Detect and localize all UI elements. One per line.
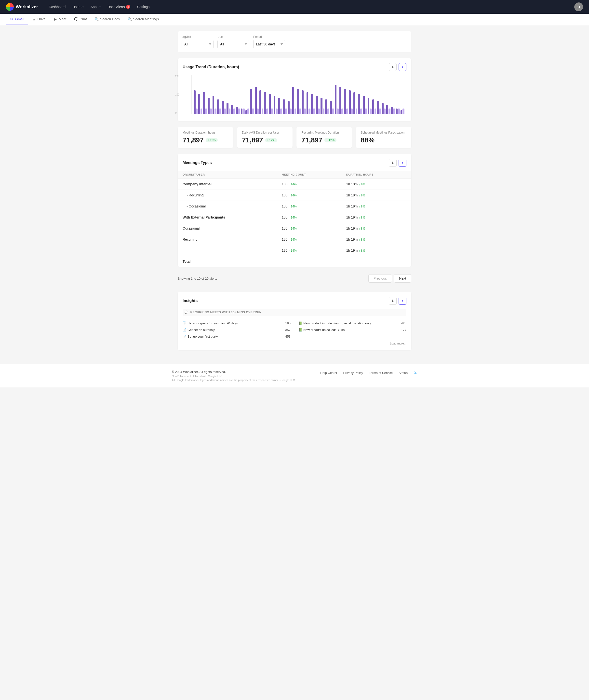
chat-icon: 💬 (74, 17, 78, 21)
row-name-7: Total (178, 256, 277, 267)
sheet-icon: 📗 (299, 328, 303, 332)
dark-bar-32 (344, 89, 346, 114)
footer-status[interactable]: Status (399, 371, 408, 375)
tab-chat[interactable]: 💬 Chat (70, 14, 91, 25)
magic-insights-icon: ✦ (401, 299, 404, 303)
row-count-5: 185 ↑ 14% (277, 234, 341, 245)
navbar-apps[interactable]: Apps (87, 3, 104, 11)
download-meetings-button[interactable]: ⬇ (389, 159, 397, 167)
magic-meetings-button[interactable]: ✦ (399, 159, 406, 167)
table-row: Total (178, 256, 411, 267)
magic-chart-button[interactable]: ✦ (399, 63, 406, 71)
light-bar-21 (294, 109, 297, 114)
twitter-icon[interactable]: 𝕏 (413, 370, 417, 375)
row-duration-2: 1h 19m ↑ 8% (341, 201, 411, 212)
dark-bar-0 (194, 91, 196, 114)
navbar-docs-alerts[interactable]: Docs Alerts 4 (105, 3, 133, 11)
row-count-1: 185 ↑ 14% (277, 190, 341, 201)
bar-group-26 (316, 96, 320, 114)
light-bar-8 (233, 109, 235, 114)
light-bar-40 (384, 109, 386, 114)
table-header-row: ORGUNIT/USER MEETING COUNT DURATION, HOU… (178, 171, 411, 179)
insights-grid: 📄Set your goals for your first 90 days18… (183, 320, 406, 340)
user-avatar[interactable]: U (574, 2, 583, 11)
dark-bar-39 (377, 101, 379, 114)
row-name-4: Occasional (178, 223, 277, 234)
tab-search-docs[interactable]: 🔍 Search Docs (91, 14, 124, 25)
navbar: Workalizer Dashboard Users Apps Docs Ale… (0, 0, 589, 14)
tabs-bar: ✉ Gmail △ Drive ▶ Meet 💬 Chat 🔍 Search D… (0, 14, 589, 25)
bar-group-30 (335, 85, 339, 114)
bar-group-18 (278, 98, 282, 114)
navbar-dashboard[interactable]: Dashboard (46, 3, 69, 11)
light-bar-9 (238, 109, 240, 114)
bar-group-8 (231, 105, 235, 114)
dark-bar-3 (208, 98, 210, 114)
insight-left-item-2: 📄Set up your first party453 (183, 333, 290, 340)
light-bar-0 (196, 109, 198, 114)
tab-search-meetings[interactable]: 🔍 Search Meetings (124, 14, 163, 25)
light-bar-23 (304, 109, 306, 114)
table-row: Occasional185 ↑ 14%1h 19m ↑ 8% (178, 223, 411, 234)
light-bar-41 (389, 109, 390, 114)
footer-sub1: GooPulse is not affiliated with Google L… (172, 375, 295, 378)
footer-sub2: All Google trademarks, logos and brand n… (172, 379, 295, 381)
stats-row: Meetings Duration, hours 71,897 ↑ 12% Da… (178, 127, 411, 148)
footer-privacy-policy[interactable]: Privacy Policy (343, 371, 363, 375)
tab-gmail[interactable]: ✉ Gmail (6, 14, 28, 25)
filter-period: Period Last 30 days (253, 35, 285, 48)
bar-group-28 (325, 100, 329, 114)
bar-group-12 (250, 89, 254, 114)
dark-bar-2 (203, 92, 205, 114)
next-button[interactable]: Next (394, 274, 411, 283)
light-bar-27 (323, 109, 325, 114)
stat-scheduled: Scheduled Meetings Participation 88% (356, 127, 411, 148)
footer-help-center[interactable]: Help Center (320, 371, 337, 375)
insight-right-item-1: 📗New product unlocked: Blush177 (299, 327, 406, 333)
load-more[interactable]: Load more... (183, 342, 406, 345)
dark-bar-36 (363, 96, 365, 114)
dark-bar-11 (245, 110, 247, 114)
magic-insights-button[interactable]: ✦ (399, 297, 406, 305)
light-bar-36 (365, 109, 367, 114)
dark-bar-4 (213, 96, 214, 114)
navbar-users[interactable]: Users (69, 3, 86, 11)
bar-group-15 (264, 92, 268, 114)
dark-bar-25 (311, 94, 313, 114)
download-insights-button[interactable]: ⬇ (389, 297, 397, 305)
row-duration-7 (341, 256, 411, 267)
gmail-icon: ✉ (10, 17, 14, 21)
insights-tag-icon: 💬 (185, 311, 188, 314)
insight-count-0: 185 (285, 321, 290, 325)
col-orgunit: ORGUNIT/USER (178, 171, 277, 179)
navbar-settings[interactable]: Settings (134, 3, 153, 11)
bar-group-6 (222, 101, 226, 114)
bar-group-17 (274, 96, 277, 114)
filter-user-select[interactable]: All (217, 40, 249, 48)
filter-period-label: Period (253, 35, 285, 38)
previous-button[interactable]: Previous (368, 274, 392, 283)
brand-logo[interactable]: Workalizer (6, 3, 38, 11)
pagination-info: Showing 1 to 10 of 20 alerts (178, 277, 217, 281)
bar-group-44 (401, 109, 404, 114)
bar-group-40 (382, 103, 386, 114)
meetings-table: ORGUNIT/USER MEETING COUNT DURATION, HOU… (178, 171, 411, 267)
stat-daily-avg-badge: ↑ 12% (265, 138, 277, 142)
tab-drive[interactable]: △ Drive (28, 14, 49, 25)
download-chart-button[interactable]: ⬇ (389, 63, 397, 71)
tab-meet[interactable]: ▶ Meet (49, 14, 70, 25)
filter-orgunit-select[interactable]: All (182, 40, 213, 48)
light-bar-39 (379, 109, 381, 114)
row-name-3: With External Participants (178, 212, 277, 223)
footer-terms-of-service[interactable]: Terms of Service (369, 371, 393, 375)
stat-recurring-badge: ↑ 12% (325, 138, 337, 142)
filter-period-select[interactable]: Last 30 days (253, 40, 285, 48)
light-bar-33 (351, 109, 353, 114)
bar-group-9 (236, 107, 240, 114)
footer-links: Help Center Privacy Policy Terms of Serv… (320, 370, 417, 375)
bar-group-41 (386, 105, 390, 114)
usage-trend-section: Usage Trend (Duration, hours) ⬇ ✦ 200 10… (178, 58, 411, 121)
bar-group-36 (363, 96, 367, 114)
table-row: Company Internal185 ↑ 14%1h 19m ↑ 8% (178, 179, 411, 190)
dark-bar-34 (353, 92, 355, 114)
